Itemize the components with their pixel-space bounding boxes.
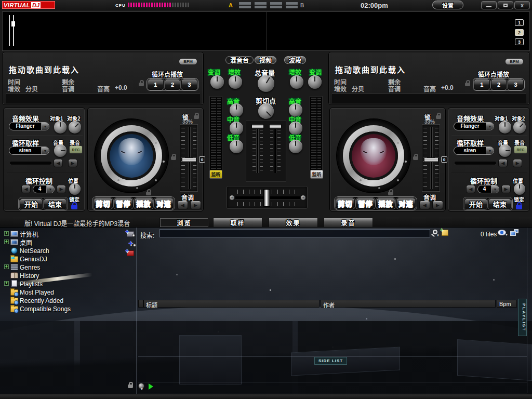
right-gain-knob[interactable] (290, 75, 303, 89)
play-button[interactable]: 播放 (376, 198, 395, 209)
cue-button-3[interactable]: 3 (508, 79, 524, 90)
chevron-down-icon[interactable]: ▼ (491, 185, 499, 193)
search-options-chevron-icon[interactable]: ▼ (436, 234, 440, 237)
left-low-knob[interactable] (230, 140, 243, 153)
crossfader-handle[interactable] (263, 189, 270, 207)
waveform-zoom-button-3[interactable]: 3 (515, 38, 524, 45)
deck-b-jog-wheel[interactable] (337, 119, 410, 192)
pitch-lock-icon[interactable] (194, 115, 199, 119)
sampler-volume-knob[interactable] (499, 144, 511, 157)
tree-item-genres[interactable]: Genres (20, 263, 40, 271)
right-pfl-button[interactable]: 监听 (310, 170, 323, 179)
tab-browse[interactable]: 浏览 (159, 218, 209, 227)
play-button[interactable]: 播放 (134, 198, 153, 209)
sampler-rec-button[interactable]: REC (514, 145, 527, 154)
loop-position-knob[interactable] (514, 183, 525, 195)
cue-button-1[interactable]: 1 (474, 79, 490, 90)
column-header-bpm[interactable]: Bpm (497, 300, 517, 308)
deck-a-song-position-bar[interactable] (6, 94, 200, 103)
sampler-volume-knob[interactable] (54, 144, 66, 157)
playlist-side-tab[interactable]: PLAYLIST (518, 299, 527, 336)
left-channel-fader[interactable] (257, 125, 258, 173)
sampler-rec-button[interactable]: REC (69, 145, 83, 154)
net-source-chevron-icon[interactable]: ▼ (140, 388, 143, 391)
sample-play-button[interactable]: ▶ (68, 159, 77, 167)
tab-effects[interactable]: 效果 (269, 218, 318, 227)
right-key-knob[interactable] (308, 75, 322, 89)
tree-item-desktop[interactable]: 桌面 (20, 238, 32, 246)
tree-item-most-played[interactable]: Most Played (20, 288, 54, 296)
fx-param2-knob[interactable] (69, 121, 81, 134)
cue-point-knob[interactable] (258, 103, 274, 119)
right-low-knob[interactable] (289, 140, 302, 153)
left-pfl-button[interactable]: 监听 (209, 170, 222, 179)
tree-item-playlists[interactable]: Playlists (20, 280, 43, 288)
loop-end-button[interactable]: 结束 (44, 198, 66, 209)
chevron-down-icon[interactable]: ▼ (41, 147, 49, 154)
column-header-title[interactable]: 标题 (143, 300, 320, 308)
chevron-down-icon[interactable]: ▼ (41, 123, 49, 130)
deck-a-pitch-slider[interactable] (180, 124, 198, 192)
search-input[interactable] (159, 229, 430, 237)
cue-button-2[interactable]: 2 (491, 79, 507, 90)
sample-play-button[interactable]: ▶ (513, 159, 522, 167)
waveform-position-handle[interactable] (11, 21, 15, 26)
fx-param1-knob[interactable] (499, 121, 511, 134)
left-gain-knob[interactable] (229, 75, 242, 89)
sample-select[interactable]: siren ▼ (454, 147, 494, 155)
tab-sampler[interactable]: 取样 (213, 218, 262, 227)
key-up-button[interactable]: ▶ (190, 201, 201, 209)
loop-length-select[interactable]: 4 ▼ (477, 185, 499, 193)
pitch-zero-button[interactable]: 0 (441, 156, 447, 163)
fx-param1-knob[interactable] (54, 121, 66, 134)
expander-icon[interactable]: + (4, 240, 9, 244)
chevron-down-icon[interactable]: ▼ (486, 147, 494, 154)
expander-icon[interactable]: + (4, 281, 9, 286)
rhythm-waveform-display[interactable]: 1 2 3 (2, 11, 530, 51)
left-channel-fader-handle[interactable] (251, 124, 264, 129)
left-key-knob[interactable] (210, 75, 224, 89)
tree-item-geniusdj[interactable]: GeniusDJ (20, 255, 47, 263)
fx-param2-knob[interactable] (513, 121, 526, 134)
key-up-button[interactable]: ▶ (432, 201, 443, 209)
effect-select[interactable]: Flanger ▼ (454, 122, 494, 130)
pitch-side-lock-icon[interactable] (171, 156, 176, 160)
tree-item-history[interactable]: History (20, 272, 39, 280)
sample-prev-button[interactable]: ◀ (498, 159, 508, 167)
expander-icon[interactable]: + (4, 264, 9, 269)
maximize-button[interactable] (498, 1, 513, 9)
dual-monitor-icon[interactable] (510, 231, 516, 236)
cue-stop-button[interactable]: 剪切 (336, 198, 355, 209)
sync-button[interactable]: 对速 (154, 198, 174, 209)
loop-half-button[interactable]: ◀ (21, 185, 31, 193)
key-down-button[interactable]: ◀ (177, 201, 188, 209)
effect-select[interactable]: Flanger ▼ (9, 122, 49, 130)
sync-button[interactable]: 对速 (396, 198, 416, 209)
loop-half-button[interactable]: ◀ (466, 185, 475, 193)
master-volume-knob[interactable] (258, 75, 274, 92)
pitch-handle[interactable] (424, 157, 438, 162)
right-channel-fader[interactable] (274, 125, 276, 173)
right-channel-fader-handle[interactable] (269, 124, 282, 129)
settings-button[interactable]: 设置 (432, 1, 463, 9)
add-virtual-folder-icon[interactable]: + (128, 241, 133, 246)
tree-item-computer[interactable]: 计算机 (20, 230, 38, 238)
column-header-blank[interactable] (138, 300, 143, 308)
key-down-button[interactable]: ◀ (419, 201, 430, 209)
tree-divider[interactable] (136, 228, 137, 394)
loop-lock-icon[interactable] (516, 205, 522, 209)
autoplay-icon[interactable] (149, 383, 153, 390)
pause-button[interactable]: 暂停 (114, 198, 133, 209)
tree-item-recently-added[interactable]: Recently Added (20, 297, 63, 304)
deck-b-pitch-slider[interactable] (422, 124, 440, 192)
pitch-handle[interactable] (182, 157, 196, 162)
waveform-zoom-button-1[interactable]: 1 (515, 19, 524, 26)
cue-stop-button[interactable]: 剪切 (94, 198, 113, 209)
sample-select[interactable]: siren ▼ (9, 147, 49, 155)
loop-end-button[interactable]: 结束 (488, 198, 511, 209)
tab-video[interactable]: 视频 (255, 56, 276, 64)
tab-record[interactable]: 录音 (324, 218, 373, 227)
loop-length-select[interactable]: 4 ▼ (33, 185, 55, 193)
loop-position-knob[interactable] (69, 183, 81, 195)
pause-button[interactable]: 暂停 (356, 198, 375, 209)
